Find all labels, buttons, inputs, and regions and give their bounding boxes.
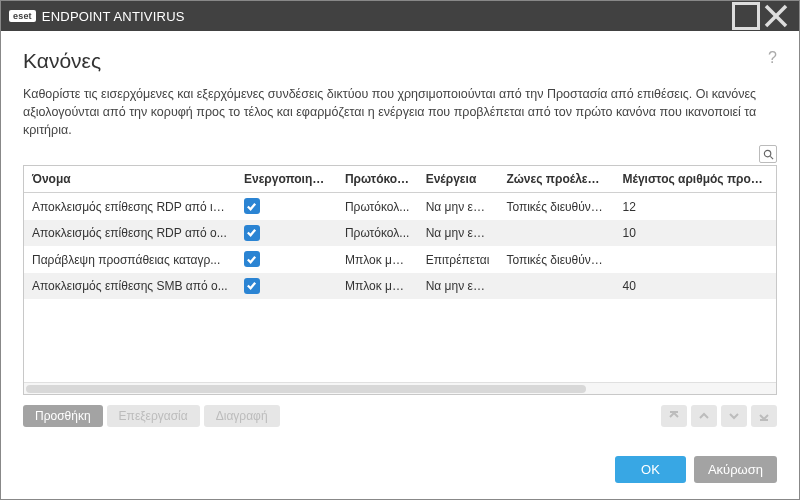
- cell-zone: Τοπικές διευθύνσε...: [498, 246, 614, 273]
- svg-rect-0: [734, 4, 759, 29]
- cell-zone: [498, 273, 614, 300]
- svg-point-3: [764, 150, 770, 156]
- col-header-max[interactable]: Μέγιστος αριθμός προσπαθε: [614, 166, 776, 193]
- table-row[interactable]: Αποκλεισμός επίθεσης RDP από ο...Πρωτόκο…: [24, 220, 776, 247]
- cell-action: Να μην επιτ...: [418, 220, 499, 247]
- cell-max: [614, 246, 776, 273]
- cell-max: 10: [614, 220, 776, 247]
- horizontal-scrollbar[interactable]: [24, 382, 776, 394]
- checkbox-checked-icon[interactable]: [244, 251, 260, 267]
- col-header-protocol[interactable]: Πρωτόκολλο: [337, 166, 418, 193]
- cell-max: 40: [614, 273, 776, 300]
- move-up-button: [691, 405, 717, 427]
- col-header-action[interactable]: Ενέργεια: [418, 166, 499, 193]
- delete-button: Διαγραφή: [204, 405, 280, 427]
- checkbox-checked-icon[interactable]: [244, 278, 260, 294]
- cell-name: Αποκλεισμός επίθεσης RDP από ο...: [24, 220, 236, 247]
- page-description: Καθορίστε τις εισερχόμενες και εξερχόμεν…: [23, 85, 777, 139]
- table-row[interactable]: Παράβλεψη προσπάθειας καταγρ...Μπλοκ μην…: [24, 246, 776, 273]
- dialog-footer: OK Ακύρωση: [1, 456, 799, 499]
- cell-enabled[interactable]: [236, 193, 337, 220]
- cell-protocol: Πρωτόκολ...: [337, 220, 418, 247]
- minimize-button[interactable]: [731, 1, 761, 31]
- brand-logo: eset: [9, 10, 36, 22]
- cell-zone: [498, 220, 614, 247]
- cell-protocol: Πρωτόκολ...: [337, 193, 418, 220]
- table-row[interactable]: Αποκλεισμός επίθεσης SMB από ο...Μπλοκ μ…: [24, 273, 776, 300]
- brand: eset ENDPOINT ANTIVIRUS: [9, 9, 185, 24]
- scrollbar-thumb[interactable]: [26, 385, 586, 393]
- rules-table-container: Όνομα Ενεργοποιημένο Πρωτόκολλο Ενέργεια…: [23, 165, 777, 395]
- cell-action: Να μην επιτ...: [418, 193, 499, 220]
- add-button[interactable]: Προσθήκη: [23, 405, 103, 427]
- cell-protocol: Μπλοκ μην...: [337, 246, 418, 273]
- cell-enabled[interactable]: [236, 273, 337, 300]
- cell-enabled[interactable]: [236, 246, 337, 273]
- col-header-zone[interactable]: Ζώνες προέλευσης: [498, 166, 614, 193]
- brand-text: ENDPOINT ANTIVIRUS: [42, 9, 185, 24]
- content-area: Κανόνες ? Καθορίστε τις εισερχόμενες και…: [1, 31, 799, 456]
- cell-action: Να μην επιτ...: [418, 273, 499, 300]
- app-window: eset ENDPOINT ANTIVIRUS Κανόνες ? Καθορί…: [0, 0, 800, 500]
- cell-zone: Τοπικές διευθύνσε...: [498, 193, 614, 220]
- cell-action: Επιτρέπεται: [418, 246, 499, 273]
- move-bottom-button: [751, 405, 777, 427]
- cell-enabled[interactable]: [236, 220, 337, 247]
- page-title: Κανόνες: [23, 49, 101, 73]
- cell-name: Παράβλεψη προσπάθειας καταγρ...: [24, 246, 236, 273]
- svg-line-4: [770, 156, 773, 159]
- rules-table: Όνομα Ενεργοποιημένο Πρωτόκολλο Ενέργεια…: [24, 166, 776, 299]
- ok-button[interactable]: OK: [615, 456, 686, 483]
- cell-name: Αποκλεισμός επίθεσης SMB από ο...: [24, 273, 236, 300]
- titlebar: eset ENDPOINT ANTIVIRUS: [1, 1, 799, 31]
- action-row: Προσθήκη Επεξεργασία Διαγραφή: [23, 405, 777, 427]
- edit-button: Επεξεργασία: [107, 405, 200, 427]
- col-header-name[interactable]: Όνομα: [24, 166, 236, 193]
- cell-protocol: Μπλοκ μην...: [337, 273, 418, 300]
- move-down-button: [721, 405, 747, 427]
- help-icon[interactable]: ?: [768, 49, 777, 67]
- cancel-button[interactable]: Ακύρωση: [694, 456, 777, 483]
- col-header-enabled[interactable]: Ενεργοποιημένο: [236, 166, 337, 193]
- cell-name: Αποκλεισμός επίθεσης RDP από ιδ...: [24, 193, 236, 220]
- cell-max: 12: [614, 193, 776, 220]
- table-row[interactable]: Αποκλεισμός επίθεσης RDP από ιδ...Πρωτόκ…: [24, 193, 776, 220]
- close-button[interactable]: [761, 1, 791, 31]
- move-top-button: [661, 405, 687, 427]
- search-button[interactable]: [759, 145, 777, 163]
- checkbox-checked-icon[interactable]: [244, 198, 260, 214]
- checkbox-checked-icon[interactable]: [244, 225, 260, 241]
